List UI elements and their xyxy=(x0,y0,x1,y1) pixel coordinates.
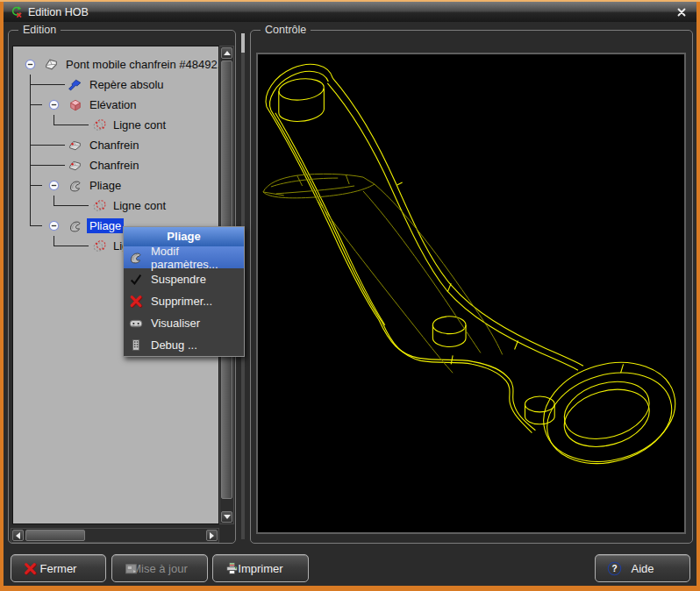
controle-group-label: Contrôle xyxy=(261,24,311,36)
help-icon xyxy=(607,561,622,576)
tree-link xyxy=(18,54,42,75)
close-button[interactable] xyxy=(673,5,690,19)
window-title: Edition HOB xyxy=(28,6,89,18)
button-label: Fermer xyxy=(40,562,77,575)
tree-guide xyxy=(18,175,42,196)
delete-icon xyxy=(128,294,144,309)
dialog-body: Edition HOB Edition Pont mobile chanfrei… xyxy=(4,2,696,586)
dialog-edition-hob: Edition HOB Edition Pont mobile chanfrei… xyxy=(0,0,700,591)
button-imprimer[interactable]: Imprimer xyxy=(212,554,309,582)
horizontal-scroll-thumb[interactable] xyxy=(25,530,85,541)
pliage-icon xyxy=(68,218,83,233)
expander-minus-icon[interactable] xyxy=(48,180,60,191)
tree-guide xyxy=(18,115,42,135)
tree-item-chanfrein[interactable]: Chanfrein xyxy=(13,135,218,155)
menu-item-modif-parametres[interactable]: Modif paramètres... xyxy=(124,246,244,268)
tree-link xyxy=(42,75,66,95)
tree-item-label: Chanfrein xyxy=(87,158,141,173)
part-icon xyxy=(44,57,60,72)
expander-minus-icon[interactable] xyxy=(25,59,36,70)
menu-item-label: Suspendre xyxy=(151,273,206,286)
tree-item-label: Ligne cont xyxy=(111,117,168,132)
ligne-icon xyxy=(91,117,107,132)
menu-item-label: Supprimer... xyxy=(151,295,212,308)
tree-link xyxy=(42,216,66,236)
tree-item-elevation[interactable]: Elévation xyxy=(13,95,218,115)
pliage-icon xyxy=(68,178,83,193)
button-label: Mise à jour xyxy=(132,562,188,575)
visualize-icon xyxy=(128,316,144,331)
menu-item-label: Debug ... xyxy=(151,338,197,352)
delete-icon xyxy=(23,561,38,576)
tree-item-label: Pont mobile chanfrein #48492, le xyxy=(63,57,219,72)
ligne-icon xyxy=(91,198,107,213)
button-fermer[interactable]: Fermer xyxy=(11,554,106,582)
tree-link xyxy=(42,135,66,155)
tree-item-ligne-cont[interactable]: Ligne cont xyxy=(13,196,218,216)
tree-item-ligne-cont[interactable]: Ligne cont xyxy=(13,115,218,135)
tree-guide xyxy=(18,236,42,256)
tree-guide xyxy=(18,216,42,236)
ligne-icon xyxy=(91,239,107,253)
menu-item-suspendre[interactable]: Suspendre xyxy=(124,268,244,290)
tree-item-label: Repère absolu xyxy=(87,77,167,92)
menu-item-visualiser[interactable]: Visualiser xyxy=(124,312,244,334)
tree-link xyxy=(42,175,66,196)
tree-item-pont-mobile-chanfrein-48492-le[interactable]: Pont mobile chanfrein #48492, le xyxy=(13,54,218,75)
tree-guide xyxy=(42,196,66,216)
tree-link xyxy=(66,196,89,216)
tree-guide xyxy=(18,135,42,155)
tree-link xyxy=(42,155,66,175)
button-label: Aide xyxy=(631,562,654,575)
scroll-up-button[interactable] xyxy=(221,47,232,59)
button-aide[interactable]: Aide xyxy=(595,554,690,582)
tree-item-pliage[interactable]: Pliage xyxy=(13,175,218,196)
app-icon xyxy=(10,5,23,18)
tree-guide xyxy=(18,155,42,175)
expander-minus-icon[interactable] xyxy=(48,220,60,231)
close-icon xyxy=(676,7,687,18)
chanfrein-icon xyxy=(68,138,83,153)
tree-item-repere-absolu[interactable]: Repère absolu xyxy=(13,75,218,95)
tree-item-chanfrein[interactable]: Chanfrein xyxy=(13,155,218,175)
menu-item-label: Modif paramètres... xyxy=(151,245,244,271)
title-bar: Edition HOB xyxy=(4,2,696,22)
printer-icon xyxy=(225,561,239,576)
tree-horizontal-scrollbar[interactable] xyxy=(11,528,219,543)
tree-guide xyxy=(42,236,66,256)
tree-item-label: Pliage xyxy=(87,178,124,193)
tree-link xyxy=(66,236,89,256)
tree-item-label: Pliage xyxy=(87,218,124,233)
cad-drawing xyxy=(258,54,684,532)
tree-guide xyxy=(18,75,42,95)
debug-icon xyxy=(128,338,144,352)
cad-viewport[interactable] xyxy=(256,53,686,534)
expander-minus-icon[interactable] xyxy=(48,99,60,110)
menu-item-supprimer[interactable]: Supprimer... xyxy=(124,290,244,312)
scroll-right-button[interactable] xyxy=(206,530,218,541)
tree-item-label: Elévation xyxy=(87,97,139,112)
tree-guide xyxy=(42,115,66,135)
menu-item-debug[interactable]: Debug ... xyxy=(124,334,244,356)
update-icon xyxy=(124,561,139,576)
edition-group-label: Edition xyxy=(18,24,61,36)
button-mise-a-jour[interactable]: Mise à jour xyxy=(111,554,208,582)
context-menu: Pliage Modif paramètres...SuspendreSuppr… xyxy=(123,226,245,357)
tree-link xyxy=(42,95,66,115)
tree-link xyxy=(66,115,89,135)
tree-guide xyxy=(18,196,42,216)
repere-icon xyxy=(68,77,83,92)
scroll-down-button[interactable] xyxy=(221,511,232,523)
menu-item-label: Visualiser xyxy=(151,317,200,330)
check-icon xyxy=(128,272,144,287)
scroll-left-button[interactable] xyxy=(12,530,24,541)
tree-item-label: Ligne cont xyxy=(111,198,168,213)
elevation-icon xyxy=(68,97,83,112)
chanfrein-icon xyxy=(68,158,83,173)
tree-guide xyxy=(18,95,42,115)
pliage-icon xyxy=(128,250,144,265)
button-label: Imprimer xyxy=(238,562,282,575)
tree-item-label: Chanfrein xyxy=(87,138,141,153)
